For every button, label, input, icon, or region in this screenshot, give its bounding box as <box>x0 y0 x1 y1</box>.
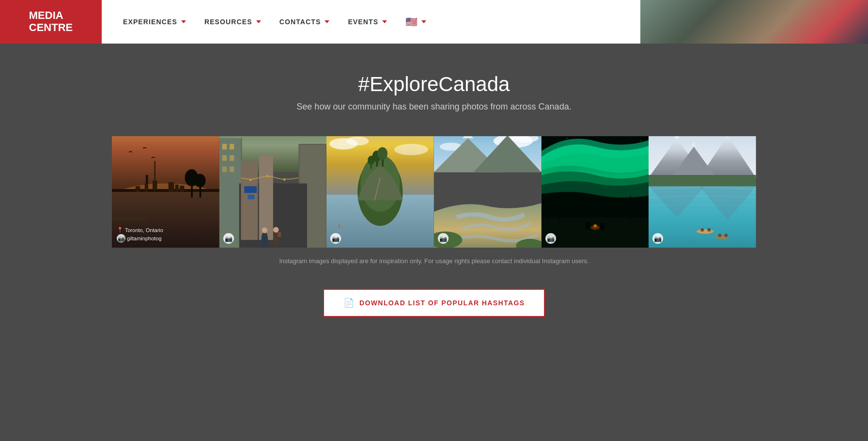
photo-4-image <box>434 136 542 248</box>
header: MEDIA CENTRE EXPERIENCES RESOURCES CONTA… <box>0 0 868 44</box>
svg-point-104 <box>708 228 711 232</box>
svg-point-69 <box>566 138 567 138</box>
svg-rect-9 <box>175 185 179 192</box>
svg-point-101 <box>697 229 714 234</box>
instagram-icon-6: 📷 <box>652 233 663 244</box>
section-title: #ExploreCanada <box>358 73 510 96</box>
instagram-badge-3: 📷 <box>330 233 341 244</box>
logo-line1: MEDIA <box>29 10 73 21</box>
svg-point-16 <box>194 174 205 188</box>
svg-rect-24 <box>222 166 227 172</box>
instagram-icon-5: 📷 <box>545 233 556 244</box>
chevron-down-icon <box>382 20 387 23</box>
svg-point-51 <box>377 147 388 160</box>
photo-location-text-1: Toronto, Ontario <box>125 227 163 233</box>
logo[interactable]: MEDIA CENTRE <box>0 0 102 44</box>
flag-icon: 🇺🇸 <box>405 16 418 28</box>
svg-rect-12 <box>112 218 146 220</box>
photo-grid: 📍 Toronto, Ontario 📷 giltaminphotog <box>112 136 756 248</box>
photo-cell-5[interactable]: 📷 <box>542 136 649 248</box>
svg-point-87 <box>593 224 597 228</box>
nav-experiences-label: EXPERIENCES <box>123 18 177 26</box>
photo-cell-6[interactable]: 📷 <box>649 136 756 248</box>
svg-rect-38 <box>278 232 281 237</box>
nav-events[interactable]: EVENTS <box>341 14 394 30</box>
svg-point-88 <box>586 222 590 230</box>
svg-rect-77 <box>547 206 549 220</box>
section-subtitle: See how our community has been sharing p… <box>296 102 571 112</box>
svg-rect-54 <box>338 226 345 228</box>
svg-rect-22 <box>222 155 227 161</box>
chevron-down-icon <box>181 20 186 23</box>
photo-cell-1[interactable]: 📍 Toronto, Ontario 📷 giltaminphotog <box>112 136 219 248</box>
nav-resources-label: RESOURCES <box>204 18 252 26</box>
svg-rect-55 <box>339 223 340 228</box>
instagram-badge-4: 📷 <box>438 233 449 244</box>
header-background-image <box>640 0 868 44</box>
svg-rect-29 <box>241 161 258 240</box>
photo-2-image <box>219 136 327 248</box>
svg-point-105 <box>718 234 722 237</box>
svg-rect-21 <box>230 144 234 150</box>
svg-point-37 <box>273 227 279 233</box>
instagram-icon-3: 📷 <box>330 233 341 244</box>
svg-rect-23 <box>230 155 234 161</box>
svg-rect-20 <box>222 144 227 150</box>
svg-point-32 <box>266 175 269 177</box>
language-selector[interactable]: 🇺🇸 <box>399 12 433 32</box>
svg-rect-25 <box>230 166 234 172</box>
chevron-down-icon <box>421 20 426 23</box>
instagram-badge-5: 📷 <box>545 233 556 244</box>
svg-rect-39 <box>244 186 257 193</box>
svg-rect-7 <box>136 186 140 192</box>
chevron-down-icon <box>325 20 329 23</box>
svg-rect-76 <box>542 218 649 248</box>
photo-handle-text-1: giltaminphotog <box>127 236 162 241</box>
photo-5-image <box>542 136 649 248</box>
download-button-label: DOWNLOAD LIST OF POPULAR HASHTAGS <box>359 299 525 307</box>
photo-3-image <box>326 136 434 248</box>
svg-point-31 <box>249 179 252 181</box>
instagram-badge-2: 📷 <box>223 233 234 244</box>
svg-point-35 <box>262 228 267 234</box>
download-icon: 📄 <box>343 298 355 308</box>
photo-handle-1: 📷 giltaminphotog <box>117 234 162 243</box>
main-section: #ExploreCanada See how our community has… <box>0 44 868 441</box>
svg-point-44 <box>394 144 428 155</box>
instagram-icon-2: 📷 <box>223 233 234 244</box>
svg-point-33 <box>283 178 286 181</box>
svg-rect-8 <box>169 182 174 192</box>
svg-point-43 <box>346 137 369 146</box>
pin-icon: 📍 <box>117 227 124 233</box>
svg-rect-5 <box>153 181 157 189</box>
instagram-icon: 📷 <box>117 234 125 243</box>
svg-point-103 <box>701 228 704 232</box>
instagram-icon-4: 📷 <box>438 233 449 244</box>
nav-resources[interactable]: RESOURCES <box>198 14 268 30</box>
svg-rect-97 <box>649 175 756 186</box>
svg-rect-40 <box>248 195 254 199</box>
nav-events-label: EVENTS <box>348 18 378 26</box>
svg-rect-2 <box>112 189 219 192</box>
instagram-badge-6: 📷 <box>652 233 663 244</box>
photo-cell-2[interactable]: 📷 <box>219 136 327 248</box>
photo-cell-3[interactable]: 📷 <box>326 136 434 248</box>
download-hashtags-button[interactable]: 📄 DOWNLOAD LIST OF POPULAR HASHTAGS <box>323 289 545 317</box>
svg-point-53 <box>368 156 375 165</box>
svg-rect-84 <box>639 208 641 220</box>
nav-contacts[interactable]: CONTACTS <box>273 14 337 30</box>
photo-location-1: 📍 Toronto, Ontario <box>117 227 163 233</box>
nav-contacts-label: CONTACTS <box>279 18 321 26</box>
nav-experiences[interactable]: EXPERIENCES <box>116 14 193 30</box>
svg-point-106 <box>725 234 728 237</box>
svg-rect-82 <box>629 205 632 220</box>
svg-rect-80 <box>558 209 560 220</box>
disclaimer-text: Instagram images displayed are for inspi… <box>279 257 589 265</box>
svg-point-89 <box>600 222 604 230</box>
svg-point-73 <box>640 141 640 141</box>
svg-rect-6 <box>145 183 148 192</box>
svg-rect-30 <box>259 155 273 240</box>
logo-line2: CENTRE <box>29 22 73 33</box>
chevron-down-icon <box>256 20 261 23</box>
photo-cell-4[interactable]: 📷 <box>434 136 542 248</box>
